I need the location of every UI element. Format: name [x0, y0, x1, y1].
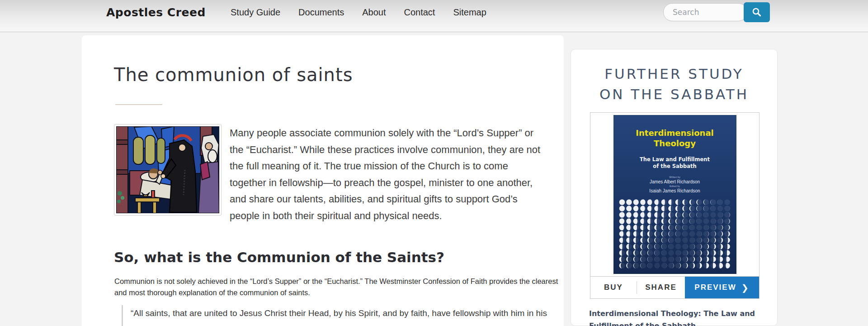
nav-item-study-guide[interactable]: Study Guide: [231, 7, 280, 18]
stained-glass-image: [116, 126, 219, 213]
title-divider: [115, 104, 162, 105]
buy-button[interactable]: BUY: [590, 277, 637, 298]
book-subtitle-line2: of the Sabbath: [640, 163, 710, 170]
magnifier-icon: [751, 7, 762, 18]
book-byline: Written by James Albert Richardson Edite…: [649, 176, 700, 194]
brand-logo[interactable]: Apostles Creed: [106, 6, 206, 19]
share-button[interactable]: SHARE: [637, 277, 685, 298]
nav-item-documents[interactable]: Documents: [298, 7, 344, 18]
nav-item-contact[interactable]: Contact: [404, 7, 435, 18]
preview-button[interactable]: PREVIEW ❯: [685, 277, 759, 298]
book-subtitle: The Law and Fulfillment of the Sabbath: [640, 156, 710, 170]
written-by-label: Written by: [649, 176, 700, 179]
book-caption: Interdimensional Theology: The Law and F…: [589, 307, 772, 326]
confession-quote: “All saints, that are united to Jesus Ch…: [122, 305, 550, 326]
sidebar-heading: FURTHER STUDY ON THE SABBATH: [571, 64, 777, 105]
book-title: Interdimensional Theology: [636, 128, 713, 149]
main-nav: Study Guide Documents About Contact Site…: [231, 7, 486, 18]
book-cover: Interdimensional Theology The Law and Fu…: [613, 115, 736, 274]
book-editor: Isaiah James Richardson: [649, 188, 700, 194]
book-title-line2: Theology: [636, 138, 713, 149]
sidebar-heading-line2: ON THE SABBATH: [571, 84, 777, 105]
book-author: James Albert Richardson: [649, 179, 700, 185]
book-panel: Interdimensional Theology The Law and Fu…: [590, 112, 760, 299]
edited-by-label: Edited by: [649, 185, 700, 188]
article-subheading: So, what is the Communion of the Saints?: [114, 249, 444, 265]
article-intro: Many people associate communion solely w…: [230, 125, 547, 224]
page-title: The communion of saints: [114, 64, 353, 85]
sidebar-heading-line1: FURTHER STUDY: [571, 64, 777, 84]
moon-phase-pattern: [618, 199, 731, 270]
book-title-line1: Interdimensional: [636, 128, 713, 138]
nav-item-about[interactable]: About: [362, 7, 386, 18]
site-header: Apostles Creed Study Guide Documents Abo…: [0, 0, 868, 32]
book-cover-frame: Interdimensional Theology The Law and Fu…: [590, 113, 759, 276]
nav-item-sitemap[interactable]: Sitemap: [453, 7, 486, 18]
sidebar-card: FURTHER STUDY ON THE SABBATH Interdimens…: [571, 49, 778, 326]
article-image: [114, 124, 222, 216]
article-subtext: Communion is not solely achieved in the …: [114, 276, 561, 298]
main-content: The communion of saints: [82, 35, 564, 326]
preview-button-label: PREVIEW: [694, 283, 736, 292]
book-actions: BUY SHARE PREVIEW ❯: [590, 276, 759, 298]
book-subtitle-line1: The Law and Fulfillment: [640, 156, 710, 163]
chevron-right-icon: ❯: [741, 283, 750, 292]
search-button[interactable]: [744, 2, 770, 22]
search-input[interactable]: [663, 3, 747, 21]
